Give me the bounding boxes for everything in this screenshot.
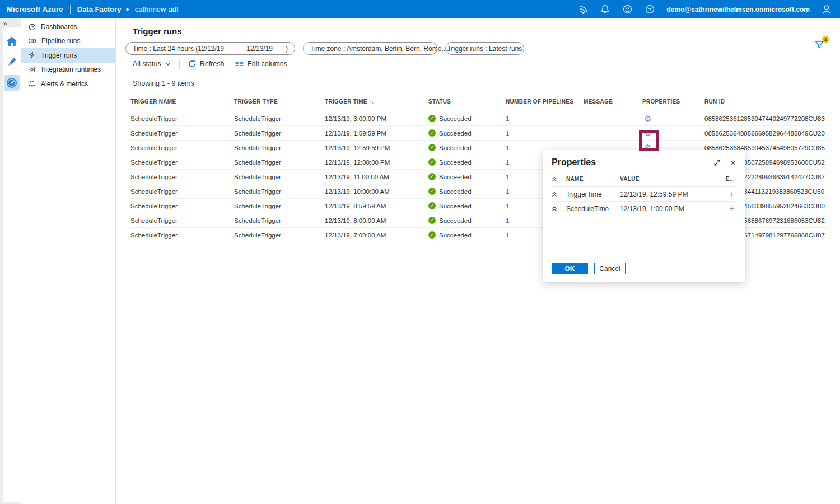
active-filters-indicator[interactable]: 1: [815, 36, 828, 50]
col-header-message[interactable]: MESSAGE: [584, 99, 642, 105]
col-header-trigger-type[interactable]: TRIGGER TYPE: [234, 99, 325, 105]
collapse-row-icon[interactable]: [552, 206, 566, 212]
cell-trigger-name: ScheduleTrigger: [130, 174, 234, 180]
refresh-button[interactable]: Refresh: [188, 60, 225, 68]
home-nav-button[interactable]: [4, 34, 20, 49]
account-email[interactable]: demo@cathrinewilhelmsen.onmicrosoft.com: [666, 6, 810, 13]
time-filter-prefix: Time : Last 24 hours (12/12/19: [133, 45, 224, 53]
cell-trigger-type: ScheduleTrigger: [234, 232, 325, 239]
collapse-row-icon[interactable]: [552, 192, 566, 197]
sidebar-item-integration-runtimes[interactable]: Integration runtimes: [21, 63, 115, 77]
cell-number-of-pipelines: 1: [506, 115, 584, 122]
trigger-runs-filter-pill[interactable]: Trigger runs : Latest runs: [445, 42, 524, 55]
add-icon[interactable]: +: [708, 204, 736, 213]
sidebar-item-dashboards[interactable]: Dashboards: [21, 20, 115, 34]
close-icon[interactable]: ×: [730, 158, 736, 167]
sidebar-item-alerts-metrics[interactable]: Alerts & metrics: [21, 77, 115, 91]
azure-top-bar: Microsoft Azure Data Factory ▶ cathrinew…: [0, 0, 840, 18]
pipelines-count-link[interactable]: 1: [506, 115, 509, 122]
timezone-filter-pill[interactable]: Time zone : Amsterdam, Berlin, Bern, Rom…: [303, 42, 437, 55]
help-icon[interactable]: ?: [644, 4, 655, 15]
feedback-smiley-icon[interactable]: [622, 4, 633, 15]
cell-trigger-name: ScheduleTrigger: [130, 159, 234, 166]
expand-rail-button[interactable]: »: [0, 18, 21, 27]
items-count-summary: Showing 1 - 9 items: [133, 80, 840, 87]
monitor-nav-button[interactable]: [4, 75, 20, 91]
signal-icon[interactable]: [577, 4, 588, 15]
cell-trigger-type: ScheduleTrigger: [234, 159, 325, 166]
col-header-properties[interactable]: PROPERTIES: [642, 99, 704, 105]
edit-columns-button[interactable]: Edit columns: [235, 60, 288, 68]
cell-trigger-name: ScheduleTrigger: [130, 203, 234, 209]
refresh-icon: [188, 60, 196, 68]
sidebar-item-pipeline-runs[interactable]: Pipeline runs: [21, 34, 115, 49]
integration-runtimes-icon: [28, 66, 36, 73]
cell-trigger-time: 12/13/19, 8:59:59 AM: [325, 203, 428, 209]
col-header-trigger-time[interactable]: TRIGGER TIME ↑↓: [325, 99, 428, 105]
pipelines-count-link[interactable]: 1: [506, 144, 509, 151]
popup-col-extra: E...: [708, 176, 736, 182]
cell-trigger-time: 12/13/19, 11:00:00 AM: [325, 174, 428, 180]
cell-trigger-type: ScheduleTrigger: [234, 144, 325, 151]
breadcrumb-resource[interactable]: cathrinew-adf: [135, 5, 179, 13]
time-filter-end: - 12/13/19: [242, 45, 273, 53]
pipelines-count-link[interactable]: 1: [506, 174, 509, 180]
funnel-icon: [815, 41, 824, 49]
succeeded-check-icon: ✓: [428, 202, 436, 209]
sidebar-item-trigger-runs[interactable]: Trigger runs: [21, 48, 115, 63]
cell-status: ✓ Succeeded: [428, 144, 506, 151]
cell-trigger-time: 12/13/19, 3:00:00 PM: [325, 115, 428, 122]
col-header-trigger-name[interactable]: TRIGGER NAME: [130, 99, 234, 105]
pipelines-count-link[interactable]: 1: [506, 203, 509, 209]
sort-icon[interactable]: ↑↓: [370, 99, 374, 105]
collapse-all-icon[interactable]: [552, 176, 566, 182]
add-icon[interactable]: +: [708, 189, 736, 199]
cell-trigger-time: 12/13/19, 7:00:00 AM: [325, 232, 428, 239]
col-header-status[interactable]: STATUS: [428, 99, 506, 105]
alerts-metrics-icon: [28, 80, 36, 88]
person-icon[interactable]: [821, 4, 832, 15]
cell-properties: ⚙: [642, 114, 704, 123]
ok-button[interactable]: OK: [552, 263, 588, 274]
cell-trigger-time: 12/13/19, 8:00:00 AM: [325, 217, 428, 224]
pipelines-count-link[interactable]: 1: [506, 232, 509, 239]
refresh-label: Refresh: [200, 60, 225, 68]
succeeded-check-icon: ✓: [428, 173, 436, 180]
breadcrumb-chevron-icon: ▶: [127, 7, 130, 12]
cell-status: ✓ Succeeded: [428, 202, 506, 209]
pipelines-count-link[interactable]: 1: [506, 130, 509, 137]
succeeded-check-icon: ✓: [428, 158, 436, 166]
pipelines-count-link[interactable]: 1: [506, 159, 509, 166]
breadcrumb-app[interactable]: Data Factory: [77, 5, 122, 13]
time-filter-pill[interactable]: Time : Last 24 hours (12/12/19 - 12/13/1…: [125, 42, 295, 55]
expand-icon[interactable]: [713, 159, 721, 166]
cell-trigger-type: ScheduleTrigger: [234, 115, 325, 122]
properties-gear-icon[interactable]: ⚙: [644, 114, 651, 123]
table-row: ScheduleTrigger ScheduleTrigger 12/13/19…: [130, 111, 829, 126]
notifications-bell-icon[interactable]: [599, 4, 610, 15]
page-title: Trigger runs: [133, 26, 840, 36]
cell-properties: ⚙: [642, 129, 704, 137]
cell-number-of-pipelines: 1: [506, 130, 584, 137]
trigger-runs-filter-label: Trigger runs : Latest runs: [447, 45, 522, 53]
table-row: ScheduleTrigger ScheduleTrigger 12/13/19…: [130, 126, 829, 141]
cell-trigger-type: ScheduleTrigger: [234, 174, 325, 180]
sidebar-item-label: Dashboards: [41, 23, 77, 31]
pipeline-runs-icon: [28, 37, 36, 45]
sidebar-item-label: Trigger runs: [41, 52, 77, 59]
chevron-down-icon: [165, 62, 171, 66]
cancel-button[interactable]: Cancel: [594, 263, 626, 274]
properties-gear-icon[interactable]: ⚙: [644, 129, 651, 137]
properties-popup: Properties × NAME VALUE E... TriggerTime…: [543, 150, 745, 282]
cell-status: ✓ Succeeded: [428, 188, 506, 195]
status-filter-dropdown[interactable]: All status: [133, 60, 171, 68]
succeeded-check-icon: ✓: [428, 188, 436, 195]
pipelines-count-link[interactable]: 1: [506, 188, 509, 195]
cell-status: ✓ Succeeded: [428, 115, 506, 122]
col-header-number-of-pipelines[interactable]: NUMBER OF PIPELINES: [506, 99, 584, 105]
pipelines-count-link[interactable]: 1: [506, 217, 509, 224]
succeeded-check-icon: ✓: [428, 217, 436, 224]
col-header-run-id[interactable]: RUN ID: [704, 99, 829, 105]
author-pencil-nav-button[interactable]: [4, 54, 20, 70]
cell-trigger-type: ScheduleTrigger: [234, 217, 325, 224]
